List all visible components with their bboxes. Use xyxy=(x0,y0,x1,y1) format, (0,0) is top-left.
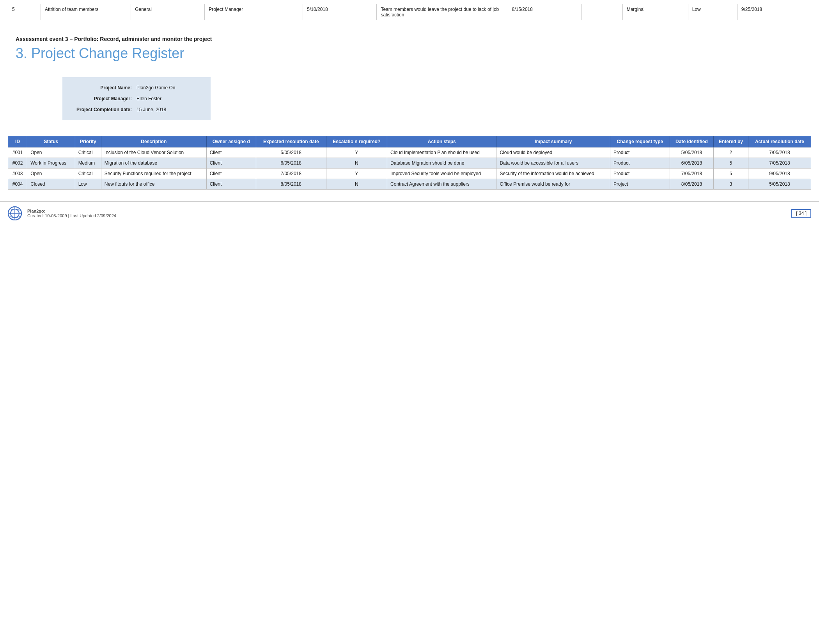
cell-0: #001 xyxy=(8,147,27,158)
col-action-steps: Action steps xyxy=(387,136,496,147)
top-table-section: 5 Attrition of team members General Proj… xyxy=(0,0,819,20)
resolution-date: 9/25/2018 xyxy=(737,4,811,20)
row-number: 5 xyxy=(8,4,41,20)
project-info-wrapper: Project Name: Plan2go Game On Project Ma… xyxy=(0,66,819,132)
cell-8: Security of the information would be ach… xyxy=(496,169,610,179)
cell-7: Contract Agreement with the suppliers xyxy=(387,179,496,190)
risk-category: General xyxy=(131,4,205,20)
page-footer: Plan2go: Created: 10-05-2009 | Last Upda… xyxy=(0,201,819,225)
cell-6: Y xyxy=(326,169,387,179)
project-name-row: Project Name: Plan2go Game On xyxy=(74,85,199,90)
cell-3: Security Functions required for the proj… xyxy=(101,169,206,179)
project-completion-row: Project Completion date: 15 June, 2018 xyxy=(74,107,199,112)
col-escalation: Escalatio n required? xyxy=(326,136,387,147)
col-description: Description xyxy=(101,136,206,147)
project-manager-value: Ellen Foster xyxy=(136,96,161,101)
cell-1: Open xyxy=(27,147,75,158)
cell-4: Client xyxy=(206,169,256,179)
cell-2: Critical xyxy=(75,169,101,179)
section-title: 3. Project Change Register xyxy=(16,45,803,62)
col-actual-date: Actual resolution date xyxy=(748,136,811,147)
cell-3: Migration of the database xyxy=(101,158,206,169)
cell-11: 3 xyxy=(714,179,748,190)
col-expected-date: Expected resolution date xyxy=(256,136,326,147)
cell-8: Cloud would be deployed xyxy=(496,147,610,158)
cell-9: Product xyxy=(610,147,670,158)
cell-9: Project xyxy=(610,179,670,190)
cell-0: #004 xyxy=(8,179,27,190)
risk-description: Team members would leave the project due… xyxy=(377,4,508,20)
project-manager-row: Project Manager: Ellen Foster xyxy=(74,96,199,101)
col-change-type: Change request type xyxy=(610,136,670,147)
cell-2: Medium xyxy=(75,158,101,169)
blank-cell xyxy=(581,4,622,20)
change-register-table: ID Status Priority Description Owner ass… xyxy=(8,136,811,190)
likelihood-level: Low xyxy=(688,4,737,20)
table-row: #001OpenCriticalInclusion of the Cloud V… xyxy=(8,147,811,158)
col-owner: Owner assigne d xyxy=(206,136,256,147)
project-info-block: Project Name: Plan2go Game On Project Ma… xyxy=(62,77,211,120)
table-row: #004ClosedLowNew fitouts for the officeC… xyxy=(8,179,811,190)
cell-8: Data would be accessible for all users xyxy=(496,158,610,169)
cell-3: New fitouts for the office xyxy=(101,179,206,190)
assessment-heading-section: Assessment event 3 – Portfolio: Record, … xyxy=(0,20,819,66)
col-date-identified: Date identified xyxy=(670,136,713,147)
table-row: 5 Attrition of team members General Proj… xyxy=(8,4,811,20)
table-header-row: ID Status Priority Description Owner ass… xyxy=(8,136,811,147)
col-priority: Priority xyxy=(75,136,101,147)
review-date: 8/15/2018 xyxy=(508,4,581,20)
col-entered-by: Entered by xyxy=(714,136,748,147)
project-name-label: Project Name: xyxy=(74,85,136,90)
col-status: Status xyxy=(27,136,75,147)
cell-8: Office Premise would be ready for xyxy=(496,179,610,190)
cell-7: Improved Security tools would be employe… xyxy=(387,169,496,179)
cell-5: 7/05/2018 xyxy=(256,169,326,179)
col-id: ID xyxy=(8,136,27,147)
cell-11: 5 xyxy=(714,158,748,169)
cell-1: Work in Progress xyxy=(27,158,75,169)
cell-10: 7/05/2018 xyxy=(670,169,713,179)
change-table-section: ID Status Priority Description Owner ass… xyxy=(0,132,819,197)
cell-2: Critical xyxy=(75,147,101,158)
footer-company-text: Plan2go: Created: 10-05-2009 | Last Upda… xyxy=(27,209,116,218)
cell-4: Client xyxy=(206,179,256,190)
cell-9: Product xyxy=(610,158,670,169)
cell-4: Client xyxy=(206,147,256,158)
cell-5: 5/05/2018 xyxy=(256,147,326,158)
project-name-value: Plan2go Game On xyxy=(136,85,175,90)
cell-10: 8/05/2018 xyxy=(670,179,713,190)
page-number: [ 34 ] xyxy=(791,209,811,218)
cell-1: Open xyxy=(27,169,75,179)
cell-0: #002 xyxy=(8,158,27,169)
cell-7: Database Migration should be done xyxy=(387,158,496,169)
cell-2: Low xyxy=(75,179,101,190)
cell-12: 5/05/2018 xyxy=(748,179,811,190)
cell-11: 2 xyxy=(714,147,748,158)
cell-5: 8/05/2018 xyxy=(256,179,326,190)
cell-11: 5 xyxy=(714,169,748,179)
assessment-subtitle: Assessment event 3 – Portfolio: Record, … xyxy=(16,36,803,42)
date-identified: 5/10/2018 xyxy=(303,4,377,20)
cell-1: Closed xyxy=(27,179,75,190)
cell-7: Cloud Implementation Plan should be used xyxy=(387,147,496,158)
table-row: #002Work in ProgressMediumMigration of t… xyxy=(8,158,811,169)
cell-12: 7/05/2018 xyxy=(748,158,811,169)
cell-12: 7/05/2018 xyxy=(748,147,811,158)
cell-6: N xyxy=(326,179,387,190)
risk-name: Attrition of team members xyxy=(41,4,131,20)
cell-0: #003 xyxy=(8,169,27,179)
cell-6: N xyxy=(326,158,387,169)
project-completion-value: 15 June, 2018 xyxy=(136,107,166,112)
cell-10: 5/05/2018 xyxy=(670,147,713,158)
cell-3: Inclusion of the Cloud Vendor Solution xyxy=(101,147,206,158)
cell-12: 9/05/2018 xyxy=(748,169,811,179)
project-manager-label: Project Manager: xyxy=(74,96,136,101)
company-logo xyxy=(8,206,22,220)
risk-owner: Project Manager xyxy=(205,4,303,20)
risk-row-table: 5 Attrition of team members General Proj… xyxy=(8,4,811,20)
cell-6: Y xyxy=(326,147,387,158)
cell-10: 6/05/2018 xyxy=(670,158,713,169)
cell-5: 6/05/2018 xyxy=(256,158,326,169)
cell-4: Client xyxy=(206,158,256,169)
impact-level: Marginal xyxy=(622,4,688,20)
